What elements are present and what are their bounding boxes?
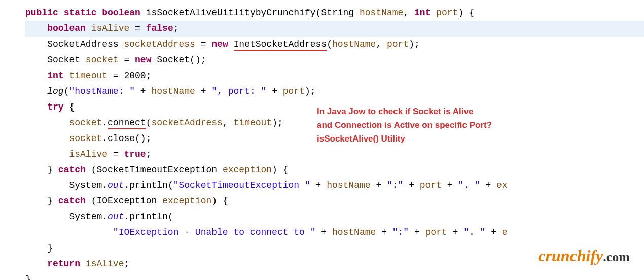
code-line-12: System.out.println("SocketTimeoutExcepti… (25, 178, 644, 193)
code-line-13: } catch (IOException exception) { (25, 193, 644, 209)
code-line-2: boolean isAlive = false; (25, 21, 644, 37)
code-line-15: "IOException - Unable to connect to " + … (25, 225, 644, 240)
annotation-callout: In Java Jow to check if Socket is Alive … (317, 104, 492, 146)
annotation-line-3: isSocketAlive() Utility (317, 132, 492, 146)
logo-brand: crunchify (538, 247, 603, 265)
code-line-18: } (25, 272, 644, 280)
annotation-line-2: and Connection is Active on specific Por… (317, 118, 492, 132)
inetsocketaddress-ref: InetSocketAddress (234, 39, 327, 51)
code-line-14: System.out.println( (25, 209, 644, 225)
code-line-5: int timeout = 2000; (25, 68, 644, 84)
code-line-10: isAlive = true; (25, 147, 644, 162)
connect-method: connect (108, 118, 146, 129)
logo: crunchify.com (538, 242, 630, 270)
annotation-line-1: In Java Jow to check if Socket is Alive (317, 104, 492, 118)
code-line-11: } catch (SocketTimeoutException exceptio… (25, 162, 644, 178)
logo-domain: .com (603, 250, 630, 264)
code-line-6: log("hostName: " + hostName + ", port: "… (25, 84, 644, 99)
code-line-1: public static boolean isSocketAliveUitli… (25, 5, 644, 21)
code-line-3: SocketAddress socketAddress = new InetSo… (25, 37, 644, 52)
code-line-4: Socket socket = new Socket(); (25, 52, 644, 68)
